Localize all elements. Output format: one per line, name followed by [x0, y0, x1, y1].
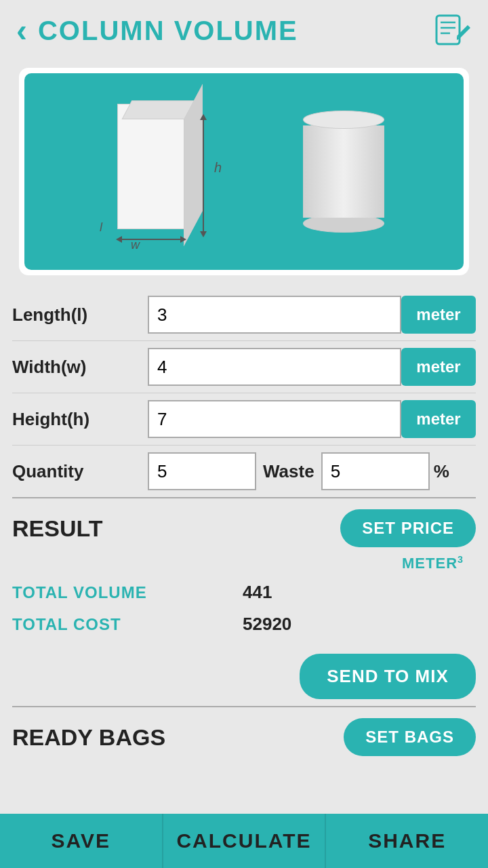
bottom-bar: SAVE CALCULATE SHARE: [0, 814, 488, 868]
box-illustration: h w l: [97, 94, 205, 250]
illustration-container: h w l: [19, 68, 469, 275]
total-cost-key: TOTAL COST: [12, 615, 243, 634]
cylinder-illustration: [296, 111, 391, 233]
waste-label: Waste: [263, 461, 314, 482]
quantity-row: Quantity Waste %: [12, 446, 476, 498]
height-row: Height(h) meter: [12, 393, 476, 446]
header: ‹ COLUMN VOLUME: [0, 0, 488, 61]
ready-bags-title: READY BAGS: [12, 724, 165, 751]
quantity-label: Quantity: [12, 461, 148, 482]
page-title: COLUMN VOLUME: [38, 16, 434, 46]
cylinder-body: [303, 125, 384, 217]
result-header-row: RESULT SET PRICE: [12, 509, 476, 547]
total-cost-row: TOTAL COST 52920: [12, 608, 476, 640]
waste-input[interactable]: [321, 452, 430, 490]
total-volume-value: 441: [243, 582, 272, 603]
ready-bags-section: READY BAGS SET BAGS: [0, 707, 488, 763]
height-unit: meter: [401, 400, 476, 438]
share-button[interactable]: SHARE: [326, 814, 488, 868]
illustration-inner: h w l: [24, 73, 464, 270]
result-section: RESULT SET PRICE METER3 TOTAL VOLUME 441…: [0, 498, 488, 706]
send-to-mix-button[interactable]: SEND TO MIX: [300, 654, 476, 699]
dim-l-label: l: [100, 220, 102, 235]
height-input[interactable]: [148, 400, 401, 438]
fields-section: Length(l) meter Width(w) meter Height(h)…: [0, 289, 488, 498]
notes-icon[interactable]: [434, 12, 472, 50]
length-input[interactable]: [148, 296, 401, 334]
total-cost-value: 52920: [243, 614, 291, 635]
width-input[interactable]: [148, 348, 401, 386]
percent-label: %: [434, 461, 449, 482]
dim-w-label: w: [131, 238, 140, 252]
height-label: Height(h): [12, 409, 148, 430]
set-price-button[interactable]: SET PRICE: [340, 509, 476, 547]
total-volume-key: TOTAL VOLUME: [12, 583, 243, 602]
save-button[interactable]: SAVE: [0, 814, 163, 868]
calculate-button[interactable]: CALCULATE: [163, 814, 327, 868]
total-volume-row: TOTAL VOLUME 441: [12, 576, 476, 608]
length-row: Length(l) meter: [12, 289, 476, 341]
svg-rect-0: [436, 16, 460, 44]
result-title: RESULT: [12, 515, 102, 542]
length-label: Length(l): [12, 304, 148, 326]
unit-label: METER3: [12, 554, 476, 572]
dim-h-label: h: [214, 160, 222, 176]
quantity-input[interactable]: [148, 452, 256, 490]
width-label: Width(w): [12, 357, 148, 378]
back-button[interactable]: ‹: [16, 14, 27, 47]
set-bags-button[interactable]: SET BAGS: [344, 718, 476, 756]
send-to-mix-row: SEND TO MIX: [12, 640, 476, 706]
width-unit: meter: [401, 348, 476, 386]
length-unit: meter: [401, 296, 476, 334]
width-row: Width(w) meter: [12, 341, 476, 393]
